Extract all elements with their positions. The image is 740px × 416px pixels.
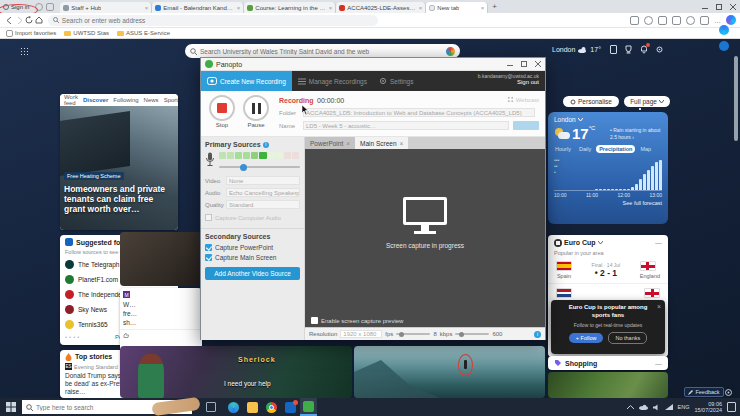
close-button[interactable] xyxy=(726,0,740,13)
see-full-forecast-link[interactable]: See full forecast xyxy=(548,198,668,208)
capture-main-screen-checkbox[interactable] xyxy=(205,254,212,261)
sidebar-app-icon[interactable] xyxy=(719,41,729,51)
video-select[interactable]: None xyxy=(226,176,300,185)
collapse-icon[interactable]: — xyxy=(655,239,662,246)
nav-manage-recordings[interactable]: Manage Recordings xyxy=(292,71,373,91)
tab-close-icon[interactable]: × xyxy=(479,5,485,11)
favorites-icon[interactable] xyxy=(644,16,653,25)
info-icon[interactable]: i xyxy=(263,142,269,148)
preview-checkbox[interactable] xyxy=(311,317,318,324)
tab-new-tab[interactable]: New tab × xyxy=(426,2,488,13)
sidebar-copilot-icon[interactable] xyxy=(719,25,729,35)
speaker-icon[interactable] xyxy=(653,404,660,411)
import-favorites[interactable]: Import favorites xyxy=(15,30,56,36)
sign-in-button[interactable]: Sign in xyxy=(0,4,32,10)
waffle-menu-icon[interactable] xyxy=(20,47,29,56)
shopping-image[interactable] xyxy=(548,372,668,398)
stop-button[interactable]: Stop xyxy=(209,95,235,128)
tab-close-icon[interactable]: × xyxy=(327,5,333,11)
nav-settings[interactable]: Settings xyxy=(373,71,420,91)
volume-slider[interactable] xyxy=(219,166,300,168)
refresh-icon[interactable] xyxy=(24,15,34,25)
taskbar-chrome-icon[interactable] xyxy=(266,402,277,413)
taskbar-search[interactable] xyxy=(22,400,192,414)
collapse-icon[interactable]: — xyxy=(655,360,662,367)
no-thanks-button[interactable]: No thanks xyxy=(608,332,647,344)
fps-slider[interactable] xyxy=(396,333,430,335)
partial-image-card[interactable] xyxy=(120,232,202,286)
weather-tab-map[interactable]: Map xyxy=(637,145,654,153)
weather-alert[interactable]: • Rain starting in about 2.5 hours › xyxy=(610,127,662,140)
mountain-image[interactable] xyxy=(354,346,545,398)
action-center-icon[interactable] xyxy=(727,402,736,412)
tab-powerpoint[interactable]: PowerPoint× xyxy=(305,137,355,149)
computer-audio-checkbox[interactable] xyxy=(205,214,212,221)
copilot-icon[interactable] xyxy=(726,15,736,25)
taskbar-explorer-icon[interactable] xyxy=(247,402,258,413)
start-button[interactable] xyxy=(0,402,22,412)
tab-close-icon[interactable]: × xyxy=(346,140,350,147)
weather-tab-hourly[interactable]: Hourly xyxy=(552,145,574,153)
follow-button[interactable]: + Follow xyxy=(569,333,604,343)
audio-select[interactable]: Echo Cancelling Speakerphone (Y xyxy=(226,188,300,197)
pagination-dots[interactable]: •••• xyxy=(65,334,81,340)
taskbar-outlook-icon[interactable] xyxy=(285,402,296,413)
address-bar[interactable] xyxy=(48,15,378,26)
favorite-uwtsd[interactable]: UWTSD Stas xyxy=(73,30,109,36)
settings-gear-icon[interactable] xyxy=(655,45,664,54)
tab-course[interactable]: Course: Learning in the Digital E… × xyxy=(244,2,336,13)
feed-hero-card[interactable]: Work feed Discover Following News Sports… xyxy=(60,94,178,230)
weather-city[interactable]: London xyxy=(554,116,576,123)
pause-button[interactable]: Pause xyxy=(243,95,269,128)
minimize-button[interactable] xyxy=(698,0,712,13)
home-icon[interactable] xyxy=(34,15,44,25)
slider-knob[interactable] xyxy=(240,164,247,171)
reading-list-icon[interactable] xyxy=(672,16,681,25)
favorite-asus[interactable]: ASUS E-Service xyxy=(126,30,170,36)
name-input[interactable] xyxy=(303,121,509,130)
msn-search-input[interactable] xyxy=(200,48,446,55)
tab-news[interactable]: News xyxy=(144,97,159,103)
tab-main-screen[interactable]: Main Screen× xyxy=(355,137,408,149)
hero-image[interactable]: Free Heating Scheme Homeowners and priva… xyxy=(60,106,178,230)
minimize-button[interactable] xyxy=(503,58,517,71)
quality-select[interactable]: Standard xyxy=(226,200,300,209)
match-row[interactable]: Spain Final · 14 Jul • 2 - 1 England xyxy=(548,259,668,281)
webcast-toggle[interactable]: Webcast xyxy=(507,96,539,103)
weather-widget[interactable]: London 17 °C • Rain starting in about 2.… xyxy=(548,112,668,224)
tab-sports[interactable]: Sports xyxy=(164,97,178,103)
tab-discover[interactable]: Discover xyxy=(83,97,108,103)
tab-following[interactable]: Following xyxy=(113,97,138,103)
tab-close-icon[interactable]: × xyxy=(235,5,241,11)
personalise-button[interactable]: Personalise xyxy=(563,96,619,107)
kbps-slider[interactable] xyxy=(455,333,489,335)
forward-icon[interactable] xyxy=(14,15,24,25)
collections-icon[interactable] xyxy=(658,16,667,25)
maximize-button[interactable] xyxy=(712,0,726,13)
more-menu-icon[interactable]: … xyxy=(714,17,721,24)
tab-close-icon[interactable]: × xyxy=(143,5,149,11)
taskbar-panopto-icon-active[interactable] xyxy=(300,398,317,416)
header-weather-temp[interactable]: 17° xyxy=(590,46,601,53)
address-input[interactable] xyxy=(62,17,373,24)
slider-knob[interactable] xyxy=(399,332,404,337)
notifications-bell-icon[interactable] xyxy=(640,45,648,54)
tab-staff-hub[interactable]: Staff + Hub × xyxy=(60,2,152,13)
close-button[interactable] xyxy=(531,58,545,71)
hero-headline[interactable]: Homeowners and private tenants can claim… xyxy=(64,184,176,215)
tab-assessment-pdf[interactable]: ACCA4025-LDE-Assessment 2… × xyxy=(336,2,426,13)
trophy-icon[interactable] xyxy=(624,45,633,54)
mobile-icon[interactable] xyxy=(610,45,617,54)
folder-input[interactable] xyxy=(303,108,535,117)
tab-close-icon[interactable]: × xyxy=(400,140,404,147)
info-icon[interactable]: i xyxy=(534,331,541,338)
taskbar-edge-icon[interactable] xyxy=(228,402,239,413)
panopto-titlebar[interactable]: Panopto xyxy=(201,58,545,71)
extensions-icon[interactable] xyxy=(686,16,695,25)
close-icon[interactable]: × xyxy=(657,303,661,310)
sherlock-ad-image[interactable]: Sherlock I need your help xyxy=(120,346,352,398)
tab-close-icon[interactable]: × xyxy=(417,5,423,11)
nav-create-new-recording[interactable]: Create New Recording xyxy=(201,71,292,91)
tab-actions-icon[interactable] xyxy=(46,3,54,11)
chevron-down-icon[interactable] xyxy=(598,241,603,245)
